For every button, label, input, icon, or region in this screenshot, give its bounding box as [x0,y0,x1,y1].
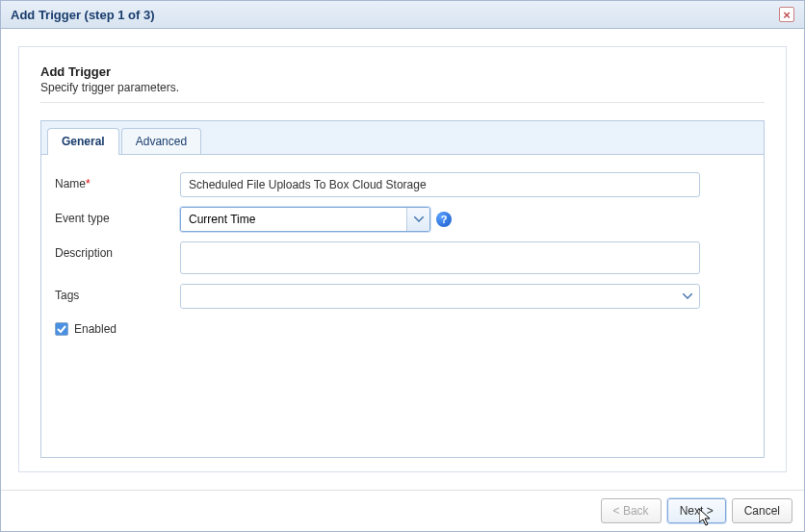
section-title: Add Trigger [40,64,765,79]
enabled-checkbox[interactable] [55,322,68,336]
cancel-button[interactable]: Cancel [732,498,792,523]
dialog-title: Add Trigger (step 1 of 3) [11,8,155,22]
row-tags: Tags [55,284,750,309]
chevron-down-icon [414,216,424,222]
tags-trigger[interactable] [676,285,699,308]
event-type-combo[interactable] [180,207,430,232]
name-input[interactable] [180,172,700,197]
inner-panel: Add Trigger Specify trigger parameters. … [18,46,787,472]
tab-advanced[interactable]: Advanced [121,128,201,154]
button-label: Cancel [744,504,780,518]
row-event-type: Event type ? [55,207,750,232]
row-name: Name* [55,172,750,197]
button-label: Next > [680,504,714,518]
close-icon: × [783,9,791,21]
row-enabled: Enabled [55,318,750,336]
check-icon [57,324,66,334]
description-input[interactable] [180,241,700,274]
name-label: Name* [55,172,180,190]
dialog-header: Add Trigger (step 1 of 3) × [1,1,804,29]
section-head: Add Trigger Specify trigger parameters. [40,64,765,103]
tab-strip: General Advanced [41,121,764,154]
tab-label: General [62,135,105,148]
dialog-footer: < Back Next > Cancel [1,490,804,531]
tab-general[interactable]: General [47,128,119,155]
tags-label: Tags [55,284,180,302]
description-label: Description [55,241,180,260]
section-subtitle: Specify trigger parameters. [40,81,765,94]
tags-input[interactable] [181,285,676,308]
event-type-input[interactable] [181,208,406,231]
next-button[interactable]: Next > [667,498,726,523]
chevron-down-icon [683,293,692,299]
tags-combo[interactable] [180,284,700,309]
tab-label: Advanced [136,135,187,148]
row-description: Description [55,241,750,274]
dialog-body: Add Trigger Specify trigger parameters. … [1,29,804,490]
close-button[interactable]: × [779,7,794,22]
tab-content-general: Name* Event type [41,154,764,457]
event-type-trigger[interactable] [406,208,429,231]
tab-area: General Advanced Name* [40,120,765,458]
help-icon[interactable]: ? [436,212,452,227]
add-trigger-dialog: Add Trigger (step 1 of 3) × Add Trigger … [0,0,805,532]
back-button[interactable]: < Back [601,498,662,523]
event-type-label: Event type [55,207,180,225]
button-label: < Back [613,504,649,518]
required-marker: * [86,177,91,190]
enabled-label: Enabled [74,322,117,336]
